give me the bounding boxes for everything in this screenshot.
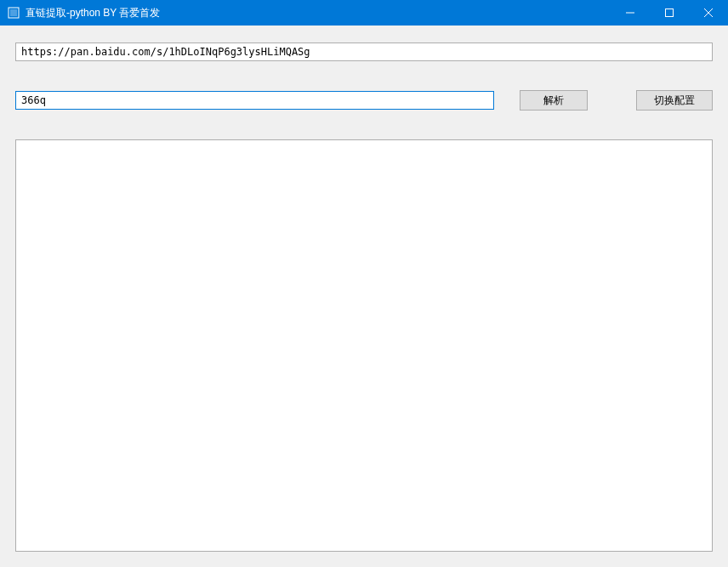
window-controls (611, 0, 728, 26)
parse-button[interactable]: 解析 (520, 90, 588, 111)
close-button[interactable] (689, 0, 728, 26)
window-body: 解析 切换配置 (0, 26, 728, 567)
svg-rect-1 (10, 9, 17, 16)
svg-rect-3 (666, 9, 674, 17)
controls-row: 解析 切换配置 (15, 90, 713, 111)
output-area[interactable] (15, 139, 713, 552)
minimize-button[interactable] (611, 0, 650, 26)
switch-config-button[interactable]: 切换配置 (636, 90, 713, 111)
maximize-button[interactable] (650, 0, 689, 26)
window-title: 直链提取-python BY 吾爱首发 (26, 6, 611, 20)
url-input[interactable] (15, 43, 713, 61)
title-bar: 直链提取-python BY 吾爱首发 (0, 0, 728, 26)
app-icon (7, 6, 20, 20)
code-input[interactable] (15, 91, 494, 110)
